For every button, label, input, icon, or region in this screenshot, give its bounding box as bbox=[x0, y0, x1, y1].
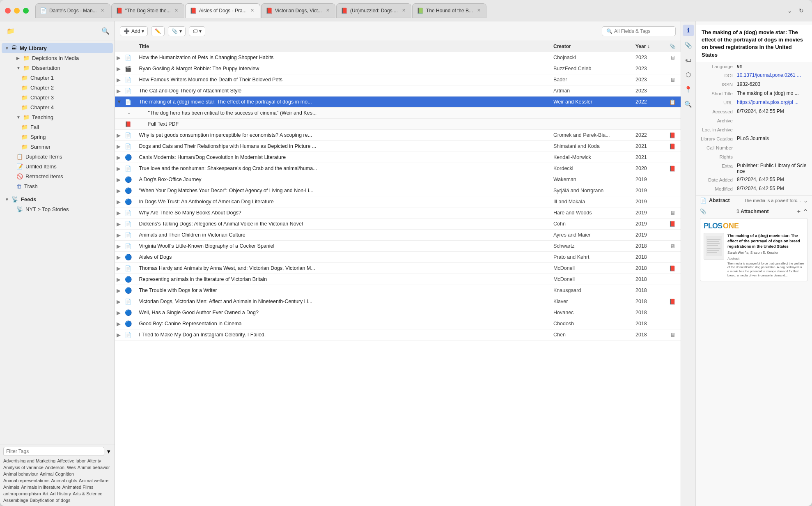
sidebar-item-fall[interactable]: 📁 Fall bbox=[2, 122, 113, 132]
tag-item[interactable]: Art History bbox=[50, 491, 71, 496]
table-row[interactable]: ▶ 🔵 "When Your Dog Matches Your Decor": … bbox=[115, 185, 681, 196]
table-row[interactable]: ▶ 🔵 Good Boy: Canine Representation in C… bbox=[115, 318, 681, 329]
tag-item[interactable]: Animals bbox=[3, 485, 19, 490]
info-value[interactable]: https://journals.plos.org/pl ... bbox=[737, 99, 808, 105]
sidebar-item-teaching[interactable]: ▼ 📁 Teaching bbox=[2, 113, 113, 122]
title-col-header[interactable]: Title bbox=[135, 41, 549, 52]
year-col-header[interactable]: Year ↓ bbox=[631, 41, 664, 52]
row-expand-cell[interactable]: ▶ bbox=[115, 329, 123, 340]
fullscreen-button[interactable] bbox=[23, 8, 29, 14]
tab-close-button[interactable]: ✕ bbox=[475, 7, 482, 14]
sidebar-item-chapter-1[interactable]: 📁 Chapter 1 bbox=[2, 73, 113, 83]
search-bar[interactable]: 🔍 All Fields & Tags bbox=[602, 26, 676, 36]
edit-button[interactable]: ✏️ bbox=[151, 26, 165, 36]
table-row[interactable]: ▶ 📄 The Cat-and-Dog Theory of Attachment… bbox=[115, 85, 681, 97]
tag-item[interactable]: Affective labor bbox=[57, 458, 86, 463]
table-row[interactable]: ▶ 📄 Victorian Dogs, Victorian Men: Affec… bbox=[115, 296, 681, 307]
row-expand-cell[interactable]: ▶ bbox=[115, 63, 123, 74]
tag-item[interactable]: Animated Films bbox=[62, 485, 94, 490]
row-expand-cell[interactable]: ▼ bbox=[115, 97, 123, 108]
info-value[interactable]: 10.1371/journal.pone.0261 ... bbox=[737, 72, 808, 78]
table-row[interactable]: ▶ 📄 How the Humanization of Pets Is Chan… bbox=[115, 52, 681, 63]
table-row[interactable]: ▶ 🔵 A Dog's Box-Office Journey Wakeman 2… bbox=[115, 174, 681, 185]
tag-item[interactable]: Animals in literature bbox=[21, 485, 61, 490]
row-expand-cell[interactable]: ▶ bbox=[115, 241, 123, 252]
table-row[interactable]: ▶ 🔵 Representing animals in the literatu… bbox=[115, 274, 681, 285]
row-expand-cell[interactable]: ▶ bbox=[115, 296, 123, 307]
sidebar-item-depictions-in-media[interactable]: ▶ 📁 Depictions In Media bbox=[2, 53, 113, 63]
sidebar-item-my-library[interactable]: ▼ 🏛 My Library bbox=[2, 43, 113, 53]
tag-item[interactable]: anthropomorphism bbox=[3, 491, 41, 496]
sidebar-item-duplicate-items[interactable]: 📋 Duplicate Items bbox=[2, 152, 113, 161]
panel-tag-icon[interactable]: 🏷 bbox=[683, 54, 694, 66]
tag-item[interactable]: Animal welfare bbox=[79, 478, 108, 483]
attach-button[interactable]: 📎 ▾ bbox=[168, 26, 186, 36]
sidebar-item-unfiled-items[interactable]: 📝 Unfiled Items bbox=[2, 162, 113, 171]
sidebar-item-dissertation[interactable]: ▼ 📁 Dissertation bbox=[2, 63, 113, 73]
sidebar-item-nyt[interactable]: 📡 NYT > Top Stories bbox=[2, 205, 113, 214]
table-row[interactable]: ▶ 📄 How Famous Writers Mourned the Death… bbox=[115, 74, 681, 85]
row-expand-cell[interactable]: ▶ bbox=[115, 285, 123, 296]
row-expand-cell[interactable]: ▶ bbox=[115, 174, 123, 185]
panel-locate-icon[interactable]: 📍 bbox=[683, 84, 694, 95]
sidebar-item-chapter-3[interactable]: 📁 Chapter 3 bbox=[2, 93, 113, 102]
attachment-add-button[interactable]: + bbox=[797, 208, 801, 215]
table-row[interactable]: ▶ 🔵 Aisles of Dogs Prato and Kehrt 2018 bbox=[115, 252, 681, 263]
tabs-overflow-button[interactable]: ⌄ bbox=[784, 6, 796, 16]
tag-item[interactable]: Arts & Science bbox=[73, 491, 102, 496]
row-expand-cell[interactable]: ▶ bbox=[115, 218, 123, 230]
sidebar-item-chapter-2[interactable]: 📁 Chapter 2 bbox=[2, 83, 113, 92]
sidebar-item-chapter-4[interactable]: 📁 Chapter 4 bbox=[2, 103, 113, 112]
tag-item[interactable]: Animal representations bbox=[3, 478, 50, 483]
add-button[interactable]: ➕ Add ▾ bbox=[120, 26, 148, 36]
row-expand-cell[interactable]: ▶ bbox=[115, 307, 123, 318]
tab-tab-3[interactable]: 📕 Aisles of Dogs - Pra... ✕ bbox=[185, 3, 260, 18]
panel-related-icon[interactable]: ⬡ bbox=[683, 69, 694, 80]
table-row[interactable]: ▶ 📄 Dickens's Talking Dogs: Allegories o… bbox=[115, 218, 681, 230]
table-row[interactable]: ▶ 📄 Dogs and Cats and Their Relationship… bbox=[115, 141, 681, 152]
row-expand-cell[interactable]: ▶ bbox=[115, 163, 123, 174]
abstract-chevron-icon[interactable]: ⌄ bbox=[803, 198, 808, 204]
tag-item[interactable]: Alterity bbox=[87, 458, 101, 463]
new-collection-button[interactable]: 📁 bbox=[5, 25, 16, 37]
close-button[interactable] bbox=[5, 8, 11, 14]
table-row[interactable]: ▶ 📄 True love and the nonhuman: Shakespe… bbox=[115, 163, 681, 174]
table-row[interactable]: ▶ 🔵 In Dogs We Trust: An Anthology of Am… bbox=[115, 196, 681, 207]
table-row[interactable]: ▶ 📄 Why Are There So Many Books About Do… bbox=[115, 207, 681, 218]
table-row[interactable]: 📕 Full Text PDF bbox=[115, 119, 681, 130]
tab-tab-5[interactable]: 📕 (Un)muzzled: Dogs ... ✕ bbox=[336, 3, 411, 18]
table-row[interactable]: ▼ 📄 The making of a (dog) movie star: Th… bbox=[115, 97, 681, 108]
table-row[interactable]: ▶ 🔵 Canis Modernis: Human/Dog Coevolutio… bbox=[115, 152, 681, 163]
tab-tab-1[interactable]: 📄 Dante's Dogs - Man... ✕ bbox=[35, 3, 110, 18]
row-expand-cell[interactable]: ▶ bbox=[115, 74, 123, 85]
tab-close-button[interactable]: ✕ bbox=[400, 7, 407, 14]
panel-attachment-icon[interactable]: 📎 bbox=[683, 39, 694, 51]
tag-item[interactable]: Animal Cognition bbox=[40, 472, 74, 476]
table-row[interactable]: ▪ "The dog hero has been critical to the… bbox=[115, 108, 681, 119]
minimize-button[interactable] bbox=[14, 8, 20, 14]
tag-item[interactable]: Assemblage bbox=[3, 498, 28, 503]
sidebar-item-spring[interactable]: 📁 Spring bbox=[2, 132, 113, 142]
tab-tab-6[interactable]: 📗 The Hound of the B... ✕ bbox=[412, 3, 486, 18]
tab-tab-4[interactable]: 📕 Victorian Dogs, Vict... ✕ bbox=[261, 3, 335, 18]
row-expand-cell[interactable]: ▶ bbox=[115, 152, 123, 163]
tags-filter-icon[interactable]: ▼ bbox=[106, 448, 111, 455]
tag-button[interactable]: 🏷 ▾ bbox=[189, 26, 205, 36]
tab-close-button[interactable]: ✕ bbox=[173, 7, 180, 14]
tab-close-button[interactable]: ✕ bbox=[249, 7, 256, 14]
table-row[interactable]: ▶ 🎬 Ryan Gosling & Margot Robbie: The Pu… bbox=[115, 63, 681, 74]
tab-tab-2[interactable]: 📕 "The Dog Stole the... ✕ bbox=[111, 3, 184, 18]
table-row[interactable]: ▶ 📄 Animals and Their Children in Victor… bbox=[115, 230, 681, 241]
row-expand-cell[interactable]: ▶ bbox=[115, 263, 123, 274]
tag-item[interactable]: Animal behavior bbox=[78, 465, 110, 470]
feeds-header[interactable]: ▼ 📡 Feeds bbox=[2, 194, 113, 204]
table-row[interactable]: ▶ 📄 I Tried to Make My Dog an Instagram … bbox=[115, 329, 681, 340]
row-expand-cell[interactable]: ▶ bbox=[115, 185, 123, 196]
panel-info-icon[interactable]: ℹ bbox=[683, 25, 694, 36]
tag-item[interactable]: Animal rights bbox=[51, 478, 78, 483]
row-expand-cell[interactable]: ▶ bbox=[115, 141, 123, 152]
tab-close-button[interactable]: ✕ bbox=[99, 7, 106, 14]
creator-col-header[interactable]: Creator bbox=[549, 41, 631, 52]
table-row[interactable]: ▶ 🔵 Well, Has a Single Good Author Ever … bbox=[115, 307, 681, 318]
attachment-collapse-button[interactable]: ⌃ bbox=[803, 208, 808, 215]
